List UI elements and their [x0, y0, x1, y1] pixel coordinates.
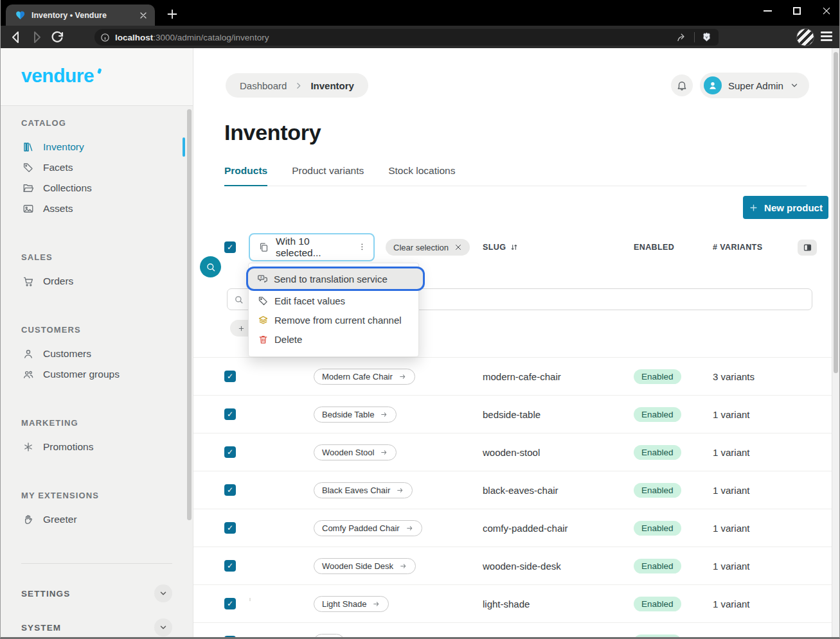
customers-icon [22, 348, 34, 360]
x-icon [454, 243, 462, 251]
window-minimize-button[interactable] [761, 4, 774, 17]
bulk-actions-button[interactable]: With 10 selected... [249, 233, 375, 261]
search-toggle-button[interactable] [200, 256, 221, 277]
breadcrumb-inventory[interactable]: Inventory [310, 80, 354, 91]
row-checkbox[interactable]: ✓ [224, 484, 236, 496]
row-checkbox[interactable]: ✓ [224, 446, 236, 458]
sidebar-section-label: SALES [1, 252, 193, 262]
browser-tab-bar: Inventory • Vendure [1, 0, 839, 26]
status-badge: Enabled [634, 521, 681, 536]
sidebar-section-settings[interactable]: SETTINGS [1, 581, 193, 606]
sidebar-item-inventory[interactable]: Inventory [1, 137, 193, 157]
share-icon[interactable] [676, 31, 688, 43]
chevron-down-icon[interactable] [154, 618, 172, 636]
browser-back-button[interactable] [8, 30, 24, 45]
sidebar-item-orders[interactable]: Orders [1, 271, 193, 292]
sidebar-logo-area: vendure [1, 48, 193, 106]
browser-tab[interactable]: Inventory • Vendure [6, 4, 155, 26]
clear-selection-button[interactable]: Clear selection [386, 239, 470, 256]
menu-item-remove-from-current-channel[interactable]: Remove from current channel [249, 310, 418, 329]
variant-count: 1 variant [713, 447, 819, 458]
sidebar-item-greeter[interactable]: Greeter [1, 509, 193, 530]
breadcrumb-dashboard[interactable]: Dashboard [240, 80, 287, 91]
sidebar-section: MY EXTENSIONS Greeter [1, 491, 193, 530]
page-scrollbar[interactable] [832, 48, 839, 637]
copy-icon [258, 242, 269, 253]
search-icon [234, 295, 244, 304]
notifications-button[interactable] [671, 74, 693, 96]
tab-product-variants[interactable]: Product variants [292, 165, 364, 186]
sidebar-item-customer-groups[interactable]: Customer groups [1, 364, 193, 385]
select-all-checkbox[interactable]: ✓ [224, 241, 236, 253]
row-checkbox[interactable]: ✓ [224, 560, 236, 572]
plus-icon [238, 325, 245, 332]
menu-item-delete[interactable]: Delete [249, 329, 418, 349]
tab-stock-locations[interactable]: Stock locations [388, 165, 455, 186]
sidebar-item-assets[interactable]: Assets [1, 198, 193, 219]
row-checkbox[interactable]: ✓ [224, 636, 236, 637]
product-name-chip[interactable]: Comfy Padded Chair [314, 520, 422, 536]
variant-count: 1 variant [713, 523, 819, 534]
ellipsis-vertical-icon [357, 242, 367, 252]
chevron-down-icon[interactable] [154, 584, 172, 602]
promotions-icon [22, 441, 34, 453]
row-checkbox[interactable]: ✓ [224, 522, 236, 534]
svg-text:A: A [260, 276, 262, 279]
status-badge: Enabled [634, 635, 681, 638]
url-bar[interactable]: localhost:3000/admin/catalog/inventory [94, 29, 719, 46]
row-checkbox[interactable]: ✓ [224, 371, 236, 382]
trash-icon [258, 334, 269, 345]
column-settings-button[interactable] [798, 240, 817, 256]
collections-icon [22, 182, 34, 194]
arrow-right-icon [380, 448, 388, 457]
browser-profile-avatar[interactable] [796, 28, 814, 46]
menu-item-send-to-translation-service[interactable]: A Send to translation service [248, 268, 423, 289]
sidebar-item-collections[interactable]: Collections [1, 178, 193, 198]
variant-count: 1 variant [713, 409, 819, 420]
sidebar: vendure CATALOG Inventory Facets Collect… [1, 48, 193, 637]
window-maximize-button[interactable] [791, 4, 803, 17]
assets-icon [22, 203, 34, 214]
browser-reload-button[interactable] [49, 30, 65, 45]
sidebar-item-promotions[interactable]: Promotions [1, 437, 193, 457]
brave-shield-icon[interactable] [701, 31, 712, 44]
chevron-right-icon [294, 82, 303, 90]
sidebar-scrollbar[interactable] [187, 109, 192, 520]
tab-close-icon[interactable] [138, 10, 148, 21]
vendure-logo[interactable]: vendure [21, 65, 98, 87]
sidebar-item-customers[interactable]: Customers [1, 344, 193, 364]
customer-groups-icon [22, 369, 34, 380]
row-checkbox[interactable]: ✓ [224, 408, 236, 420]
column-header-slug[interactable]: SLUG [483, 243, 634, 252]
browser-window: Inventory • Vendure localhost:3000/admin… [0, 0, 840, 639]
bulk-actions-menu: A Send to translation service Edit facet… [248, 263, 419, 357]
product-name-chip[interactable]: Wooden Side Desk [314, 558, 416, 574]
row-checkbox[interactable]: ✓ [224, 598, 236, 609]
status-badge: Enabled [634, 369, 681, 384]
sidebar-section-system[interactable]: SYSTEM [1, 615, 193, 639]
new-tab-button[interactable] [165, 7, 179, 21]
menu-item-edit-facet-values[interactable]: Edit facet values [249, 291, 418, 310]
site-info-icon[interactable] [100, 33, 110, 42]
product-name-chip[interactable]: Light Shade [314, 596, 389, 612]
product-name-chip[interactable]: Modern Cafe Chair [314, 369, 415, 385]
product-name-chip[interactable] [314, 634, 344, 637]
window-close-button[interactable] [820, 4, 833, 17]
product-slug: wooden-side-desk [483, 561, 634, 572]
table-row: ✓ Enabled [193, 623, 832, 637]
browser-menu-icon[interactable] [821, 31, 832, 43]
browser-forward-button[interactable] [29, 30, 44, 45]
product-slug: modern-cafe-chair [483, 371, 634, 382]
product-name-chip[interactable]: Wooden Stool [314, 444, 397, 460]
tab-products[interactable]: Products [224, 165, 267, 186]
main-content: Dashboard Inventory Super Admin Inventor… [193, 48, 832, 637]
facets-icon [22, 162, 34, 173]
product-name-chip[interactable]: Bedside Table [314, 407, 397, 423]
status-badge: Enabled [634, 445, 681, 460]
table-row: ✓ Black Eaves Chair black-eaves-chair En… [193, 471, 832, 509]
product-name-chip[interactable]: Black Eaves Chair [314, 482, 413, 498]
new-product-button[interactable]: New product [743, 196, 828, 219]
sidebar-section: CATALOG Inventory Facets Collections Ass… [1, 118, 193, 219]
user-menu[interactable]: Super Admin [700, 73, 809, 98]
sidebar-item-facets[interactable]: Facets [1, 157, 193, 178]
